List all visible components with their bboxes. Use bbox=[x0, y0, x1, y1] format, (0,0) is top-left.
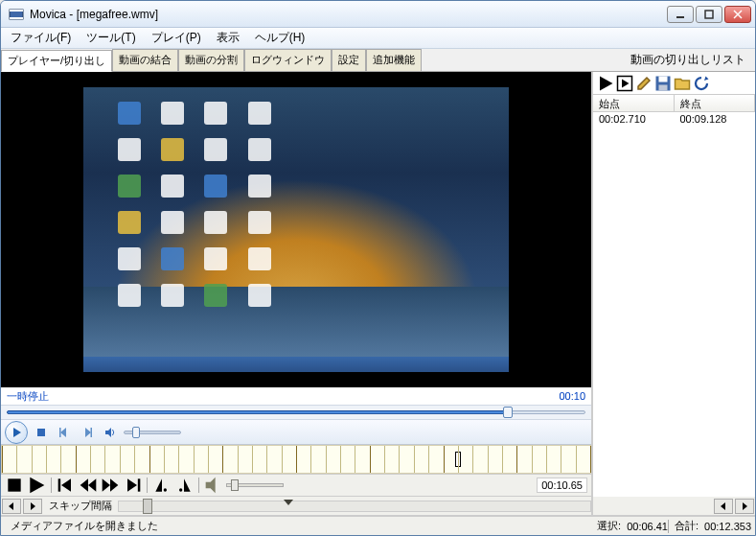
window-title: Movica - [megafree.wmv] bbox=[28, 8, 667, 21]
player-controls bbox=[1, 420, 591, 445]
app-window: Movica - [megafree.wmv] ファイル(F) ツール(T) プ… bbox=[0, 0, 756, 536]
lc-forward-button[interactable] bbox=[101, 477, 120, 494]
skip-prev-button[interactable] bbox=[2, 499, 21, 514]
video-frame bbox=[83, 87, 509, 371]
statusbar: メディアファイルを開きました 選択: 00:06.41 合計: 00:12.35… bbox=[1, 516, 755, 535]
list-item[interactable]: 00:02.710 00:09.128 bbox=[593, 112, 755, 128]
tab-split[interactable]: 動画の分割 bbox=[178, 49, 244, 71]
lc-stop-button[interactable] bbox=[5, 477, 24, 494]
right-skip-prev-button[interactable] bbox=[714, 499, 733, 514]
seek-slider[interactable] bbox=[1, 405, 591, 420]
folder-open-icon[interactable] bbox=[674, 75, 691, 92]
svg-rect-23 bbox=[138, 478, 141, 491]
close-button[interactable] bbox=[724, 6, 751, 23]
skip-thumb[interactable] bbox=[143, 499, 152, 514]
tab-log[interactable]: ログウィンドウ bbox=[244, 49, 332, 71]
svg-marker-15 bbox=[30, 478, 44, 494]
svg-marker-29 bbox=[9, 502, 13, 510]
svg-marker-7 bbox=[13, 428, 21, 437]
window-controls bbox=[667, 6, 751, 23]
lc-mark-in-button[interactable] bbox=[152, 477, 172, 494]
lc-play-button[interactable] bbox=[27, 477, 46, 494]
skip-row: スキップ間隔 bbox=[1, 497, 591, 516]
svg-marker-11 bbox=[85, 428, 91, 437]
save-icon[interactable] bbox=[654, 75, 672, 92]
col-end[interactable]: 終点 bbox=[675, 95, 756, 111]
tab-join[interactable]: 動画の結合 bbox=[112, 49, 178, 71]
svg-marker-40 bbox=[721, 502, 725, 510]
svg-rect-16 bbox=[58, 478, 61, 491]
svg-point-26 bbox=[179, 488, 182, 491]
stop-button[interactable] bbox=[32, 423, 51, 442]
right-pane: 始点 終点 00:02.710 00:09.128 bbox=[592, 72, 755, 516]
svg-marker-27 bbox=[184, 478, 191, 491]
play-skip-icon[interactable] bbox=[616, 75, 633, 92]
menu-help[interactable]: ヘルプ(H) bbox=[247, 28, 313, 48]
lc-volume-slider[interactable] bbox=[226, 483, 284, 487]
client-area: プレイヤー/切り出し 動画の結合 動画の分割 ログウィンドウ 設定 追加機能 動… bbox=[1, 49, 755, 535]
svg-marker-13 bbox=[105, 428, 111, 437]
timeline[interactable] bbox=[1, 445, 591, 474]
svg-rect-1 bbox=[10, 10, 23, 12]
svg-marker-35 bbox=[638, 78, 650, 89]
playback-status-row: 一時停止 00:10 bbox=[1, 387, 591, 405]
right-toolbar bbox=[593, 72, 755, 95]
lc-skip-end-button[interactable] bbox=[123, 477, 142, 494]
svg-marker-19 bbox=[88, 478, 96, 491]
play-icon[interactable] bbox=[597, 75, 614, 92]
cut-list[interactable]: 00:02.710 00:09.128 bbox=[593, 112, 755, 497]
seek-thumb[interactable] bbox=[503, 407, 513, 418]
minimize-button[interactable] bbox=[667, 6, 694, 23]
menu-view[interactable]: 表示 bbox=[209, 28, 247, 48]
status-message: メディアファイルを開きました bbox=[5, 519, 164, 533]
tab-player[interactable]: プレイヤー/切り出し bbox=[1, 50, 112, 72]
refresh-icon[interactable] bbox=[693, 75, 710, 92]
lc-skip-start-button[interactable] bbox=[57, 477, 76, 494]
skip-next-button[interactable] bbox=[23, 499, 42, 514]
cell-end: 00:09.128 bbox=[675, 112, 756, 128]
svg-rect-8 bbox=[37, 429, 45, 436]
svg-marker-28 bbox=[206, 478, 216, 494]
svg-marker-41 bbox=[743, 502, 747, 510]
svg-rect-4 bbox=[705, 11, 713, 18]
col-start[interactable]: 始点 bbox=[593, 95, 675, 111]
pause-label: 一時停止 bbox=[7, 389, 49, 404]
volume-thumb[interactable] bbox=[132, 427, 140, 438]
right-skip-row bbox=[593, 497, 755, 516]
lc-rewind-button[interactable] bbox=[79, 477, 98, 494]
prev-button[interactable] bbox=[55, 423, 74, 442]
video-area[interactable] bbox=[1, 72, 591, 387]
svg-rect-14 bbox=[8, 478, 20, 491]
svg-marker-34 bbox=[622, 79, 630, 87]
svg-marker-39 bbox=[704, 76, 709, 81]
titlebar: Movica - [megafree.wmv] bbox=[1, 1, 755, 28]
lc-volume-icon[interactable] bbox=[204, 477, 223, 494]
next-button[interactable] bbox=[78, 423, 97, 442]
play-button[interactable] bbox=[5, 421, 28, 444]
lc-mark-out-button[interactable] bbox=[174, 477, 194, 494]
svg-marker-31 bbox=[284, 500, 293, 505]
maximize-button[interactable] bbox=[696, 6, 722, 23]
menu-file[interactable]: ファイル(F) bbox=[3, 28, 79, 48]
tab-extra[interactable]: 追加機能 bbox=[366, 49, 422, 71]
skip-interval-slider[interactable] bbox=[118, 501, 591, 512]
main-row: 一時停止 00:10 bbox=[1, 72, 755, 516]
volume-slider[interactable] bbox=[124, 431, 181, 434]
svg-rect-12 bbox=[91, 428, 93, 437]
svg-marker-32 bbox=[600, 76, 613, 90]
edit-icon[interactable] bbox=[635, 75, 653, 92]
status-selection-label: 選択: bbox=[591, 519, 627, 533]
volume-icon[interactable] bbox=[101, 423, 120, 442]
left-pane: 一時停止 00:10 bbox=[1, 72, 592, 516]
skip-label: スキップ間隔 bbox=[43, 499, 118, 513]
tab-settings[interactable]: 設定 bbox=[332, 49, 366, 71]
svg-marker-21 bbox=[110, 478, 118, 491]
svg-point-25 bbox=[164, 488, 167, 491]
menu-play[interactable]: プレイ(P) bbox=[144, 28, 209, 48]
svg-rect-37 bbox=[659, 76, 668, 82]
lower-time-display: 00:10.65 bbox=[537, 478, 587, 493]
menu-tools[interactable]: ツール(T) bbox=[79, 28, 143, 48]
right-skip-next-button[interactable] bbox=[735, 499, 754, 514]
app-icon bbox=[9, 7, 24, 22]
lower-controls: 00:10.65 bbox=[1, 474, 591, 497]
